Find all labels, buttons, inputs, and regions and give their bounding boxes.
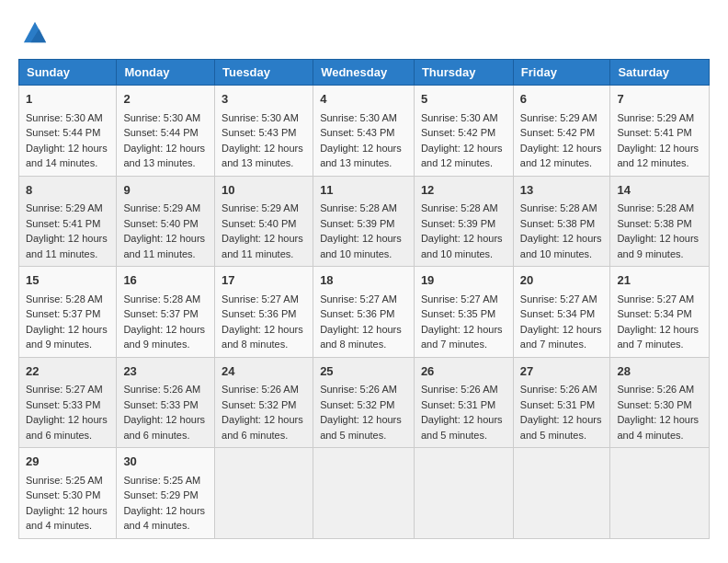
calendar-cell: 30Sunrise: 5:25 AMSunset: 5:29 PMDayligh… xyxy=(117,448,215,539)
sunrise: Sunrise: 5:27 AM xyxy=(26,384,103,395)
sunset: Sunset: 5:41 PM xyxy=(617,127,691,138)
sunrise: Sunrise: 5:30 AM xyxy=(123,112,200,123)
daylight: Daylight: 12 hours and 5 minutes. xyxy=(520,414,602,441)
sunrise: Sunrise: 5:29 AM xyxy=(123,202,200,213)
sunset: Sunset: 5:43 PM xyxy=(320,127,394,138)
day-number: 10 xyxy=(222,181,306,200)
sunrise: Sunrise: 5:25 AM xyxy=(26,475,103,486)
day-number: 16 xyxy=(123,271,208,290)
sunrise: Sunrise: 5:25 AM xyxy=(123,475,200,486)
daylight: Daylight: 12 hours and 6 minutes. xyxy=(222,414,303,441)
sunrise: Sunrise: 5:26 AM xyxy=(222,384,299,395)
sunrise: Sunrise: 5:28 AM xyxy=(320,202,397,213)
calendar-cell: 6Sunrise: 5:29 AMSunset: 5:42 PMDaylight… xyxy=(513,86,610,177)
calendar-cell: 8Sunrise: 5:29 AMSunset: 5:41 PMDaylight… xyxy=(19,176,117,267)
sunrise: Sunrise: 5:27 AM xyxy=(320,293,397,304)
daylight: Daylight: 12 hours and 4 minutes. xyxy=(123,505,205,532)
sunrise: Sunrise: 5:29 AM xyxy=(520,112,597,123)
calendar-cell: 17Sunrise: 5:27 AMSunset: 5:36 PMDayligh… xyxy=(215,267,313,358)
calendar-cell xyxy=(313,448,415,539)
calendar-cell: 5Sunrise: 5:30 AMSunset: 5:42 PMDaylight… xyxy=(414,86,513,177)
calendar-cell: 9Sunrise: 5:29 AMSunset: 5:40 PMDaylight… xyxy=(117,176,215,267)
calendar-cell: 1Sunrise: 5:30 AMSunset: 5:44 PMDaylight… xyxy=(19,86,117,177)
sunrise: Sunrise: 5:28 AM xyxy=(617,202,694,213)
calendar-cell xyxy=(414,448,513,539)
day-number: 3 xyxy=(222,90,306,109)
calendar-week-row: 29Sunrise: 5:25 AMSunset: 5:30 PMDayligh… xyxy=(19,448,710,539)
sunset: Sunset: 5:41 PM xyxy=(26,218,100,229)
sunrise: Sunrise: 5:26 AM xyxy=(421,384,498,395)
daylight: Daylight: 12 hours and 11 minutes. xyxy=(222,233,303,259)
calendar-week-row: 22Sunrise: 5:27 AMSunset: 5:33 PMDayligh… xyxy=(19,357,710,448)
day-number: 6 xyxy=(520,90,604,109)
daylight: Daylight: 12 hours and 9 minutes. xyxy=(123,324,205,350)
sunrise: Sunrise: 5:27 AM xyxy=(421,293,498,304)
sunset: Sunset: 5:34 PM xyxy=(520,308,595,319)
calendar-cell: 14Sunrise: 5:28 AMSunset: 5:38 PMDayligh… xyxy=(610,176,710,267)
sunset: Sunset: 5:33 PM xyxy=(26,399,100,410)
sunrise: Sunrise: 5:29 AM xyxy=(222,202,299,213)
calendar-cell: 15Sunrise: 5:28 AMSunset: 5:37 PMDayligh… xyxy=(19,267,117,358)
sunrise: Sunrise: 5:30 AM xyxy=(26,112,103,123)
day-number: 9 xyxy=(123,181,208,200)
calendar-cell: 20Sunrise: 5:27 AMSunset: 5:34 PMDayligh… xyxy=(513,267,610,358)
sunset: Sunset: 5:37 PM xyxy=(123,308,198,319)
daylight: Daylight: 12 hours and 11 minutes. xyxy=(123,233,205,259)
sunset: Sunset: 5:31 PM xyxy=(421,399,495,410)
daylight: Daylight: 12 hours and 13 minutes. xyxy=(222,143,303,169)
sunset: Sunset: 5:39 PM xyxy=(320,218,394,229)
day-number: 7 xyxy=(617,90,702,109)
daylight: Daylight: 12 hours and 6 minutes. xyxy=(26,414,108,441)
day-number: 8 xyxy=(26,181,109,200)
day-number: 14 xyxy=(617,181,702,200)
sunset: Sunset: 5:44 PM xyxy=(123,127,198,138)
calendar-cell: 7Sunrise: 5:29 AMSunset: 5:41 PMDaylight… xyxy=(610,86,710,177)
daylight: Daylight: 12 hours and 7 minutes. xyxy=(617,324,699,350)
sunrise: Sunrise: 5:28 AM xyxy=(520,202,597,213)
calendar-cell: 11Sunrise: 5:28 AMSunset: 5:39 PMDayligh… xyxy=(313,176,415,267)
calendar-weekday-saturday: Saturday xyxy=(610,60,710,86)
sunrise: Sunrise: 5:26 AM xyxy=(520,384,597,395)
sunset: Sunset: 5:32 PM xyxy=(222,399,296,410)
calendar-week-row: 1Sunrise: 5:30 AMSunset: 5:44 PMDaylight… xyxy=(19,86,710,177)
sunset: Sunset: 5:33 PM xyxy=(123,399,198,410)
sunrise: Sunrise: 5:30 AM xyxy=(421,112,498,123)
calendar-weekday-sunday: Sunday xyxy=(19,60,117,86)
day-number: 13 xyxy=(520,181,604,200)
daylight: Daylight: 12 hours and 11 minutes. xyxy=(26,233,108,259)
calendar-cell: 21Sunrise: 5:27 AMSunset: 5:34 PMDayligh… xyxy=(610,267,710,358)
sunrise: Sunrise: 5:27 AM xyxy=(222,293,299,304)
day-number: 11 xyxy=(320,181,407,200)
day-number: 20 xyxy=(520,271,604,290)
sunset: Sunset: 5:42 PM xyxy=(520,127,595,138)
sunrise: Sunrise: 5:28 AM xyxy=(421,202,498,213)
day-number: 5 xyxy=(421,90,506,109)
sunset: Sunset: 5:34 PM xyxy=(617,308,691,319)
calendar-cell: 29Sunrise: 5:25 AMSunset: 5:30 PMDayligh… xyxy=(19,448,117,539)
daylight: Daylight: 12 hours and 10 minutes. xyxy=(320,233,402,259)
calendar-cell: 18Sunrise: 5:27 AMSunset: 5:36 PMDayligh… xyxy=(313,267,415,358)
daylight: Daylight: 12 hours and 5 minutes. xyxy=(320,414,402,441)
day-number: 24 xyxy=(222,362,306,381)
day-number: 15 xyxy=(26,271,109,290)
day-number: 18 xyxy=(320,271,407,290)
day-number: 28 xyxy=(617,362,702,381)
calendar-cell: 24Sunrise: 5:26 AMSunset: 5:32 PMDayligh… xyxy=(215,357,313,448)
calendar-weekday-monday: Monday xyxy=(117,60,215,86)
calendar-cell: 12Sunrise: 5:28 AMSunset: 5:39 PMDayligh… xyxy=(414,176,513,267)
daylight: Daylight: 12 hours and 10 minutes. xyxy=(421,233,503,259)
day-number: 2 xyxy=(123,90,208,109)
calendar-header-row: SundayMondayTuesdayWednesdayThursdayFrid… xyxy=(19,60,710,86)
day-number: 19 xyxy=(421,271,506,290)
sunrise: Sunrise: 5:27 AM xyxy=(520,293,597,304)
sunset: Sunset: 5:31 PM xyxy=(520,399,595,410)
calendar-cell: 10Sunrise: 5:29 AMSunset: 5:40 PMDayligh… xyxy=(215,176,313,267)
logo xyxy=(18,18,48,44)
calendar-cell: 23Sunrise: 5:26 AMSunset: 5:33 PMDayligh… xyxy=(117,357,215,448)
daylight: Daylight: 12 hours and 12 minutes. xyxy=(617,143,699,169)
calendar-weekday-wednesday: Wednesday xyxy=(313,60,415,86)
calendar-cell: 2Sunrise: 5:30 AMSunset: 5:44 PMDaylight… xyxy=(117,86,215,177)
sunset: Sunset: 5:35 PM xyxy=(421,308,495,319)
sunrise: Sunrise: 5:29 AM xyxy=(26,202,103,213)
calendar-cell xyxy=(215,448,313,539)
